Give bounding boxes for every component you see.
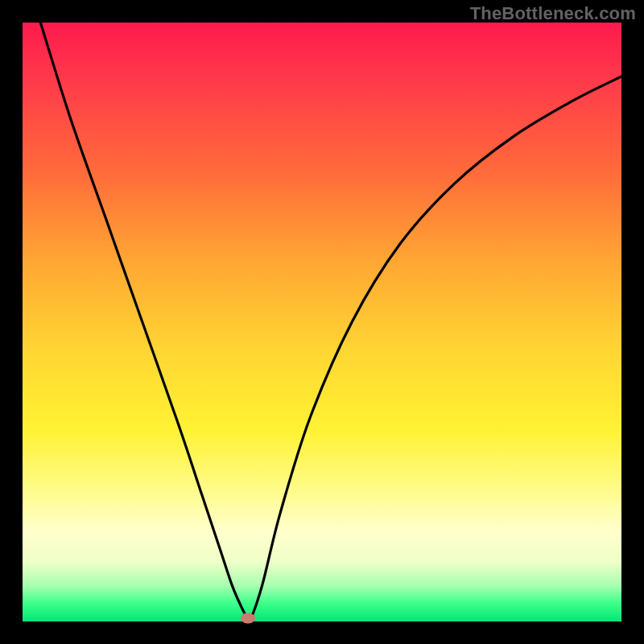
bottleneck-curve xyxy=(23,23,621,621)
watermark-text: TheBottleneck.com xyxy=(470,3,636,24)
optimal-point-marker xyxy=(241,613,255,623)
black-frame: TheBottleneck.com xyxy=(0,0,644,644)
chart-plot-area xyxy=(23,23,621,621)
